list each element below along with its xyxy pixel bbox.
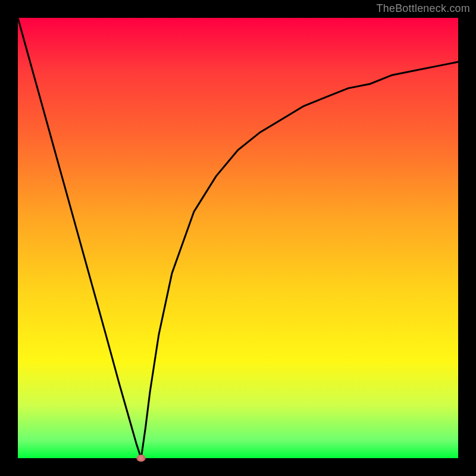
chart-frame: TheBottleneck.com — [0, 0, 476, 476]
plot-area — [18, 18, 458, 458]
attribution-label: TheBottleneck.com — [377, 2, 470, 15]
curve-layer — [18, 18, 458, 458]
curve-left-branch — [18, 18, 141, 458]
vertex-marker — [136, 455, 146, 462]
curve-right-branch — [141, 62, 458, 458]
